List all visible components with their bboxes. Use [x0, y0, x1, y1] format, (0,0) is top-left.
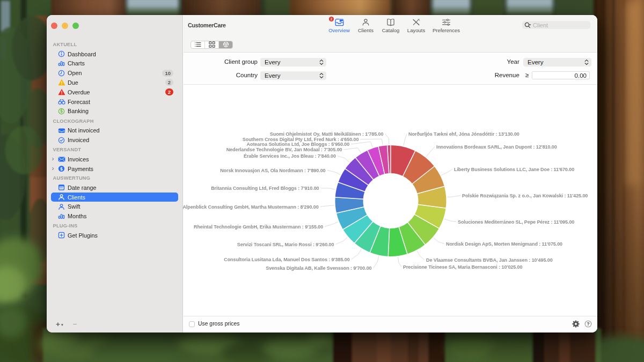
svg-text:Rheintal Technologie GmbH, Eri: Rheintal Technologie GmbH, Erika Musterm… — [194, 224, 323, 229]
svg-text:Consultoria Lusitana Lda, Manu: Consultoria Lusitana Lda, Manuel Dos San… — [224, 256, 349, 262]
svg-text:Soluciones Mediterráneo SL, Pe: Soluciones Mediterráneo SL, Pepe Pérez :… — [458, 219, 574, 224]
svg-text:$: $ — [60, 166, 63, 172]
svg-text:Norðurljós Tækni ehf, Jóna Jón: Norðurljós Tækni ehf, Jóna Jónsdóttir : … — [408, 131, 519, 136]
svg-text:Alpenblick Consulting GmbH, Ma: Alpenblick Consulting GmbH, Martha Muste… — [182, 204, 318, 209]
svg-text:Aotearoa Solutions Ltd, Joe Bl: Aotearoa Solutions Ltd, Joe Bloggs : 5'9… — [247, 142, 350, 147]
svg-text:Polskie Rozwiązania Sp. z o.o.: Polskie Rozwiązania Sp. z o.o., Jan Kowa… — [462, 193, 588, 198]
svg-text:Servizi Toscani SRL, Mario Ros: Servizi Toscani SRL, Mario Rossi : 9'260… — [237, 241, 334, 247]
svg-text:Innovations Bordeaux SARL, Jea: Innovations Bordeaux SARL, Jean Dupont :… — [436, 144, 557, 149]
svg-text:De Vlaamse Consultants BVBA, J: De Vlaamse Consultants BVBA, Jan Janssen… — [426, 257, 553, 262]
svg-text:Suomi Ohjelmistot Oy, Matti Me: Suomi Ohjelmistot Oy, Matti Meikäläinen … — [270, 131, 384, 136]
svg-text:Liberty Business Solutions LLC: Liberty Business Solutions LLC, Jane Doe… — [454, 166, 574, 172]
svg-text:Érable Services Inc., Jos Blea: Érable Services Inc., Jos Bleau : 7'840.… — [244, 153, 336, 159]
svg-text:?: ? — [587, 321, 589, 327]
svg-text:Southern Cross Digital Pty Ltd: Southern Cross Digital Pty Ltd, Fred Nur… — [243, 137, 359, 142]
svg-text:Nederlandse Technologie BV, Ja: Nederlandse Technologie BV, Jan Modaal :… — [226, 147, 342, 152]
svg-text:Nordisk Design ApS, Morten Men: Nordisk Design ApS, Morten Menigmand : 1… — [446, 241, 562, 246]
svg-text:Norsk Innovasjon AS, Ola Nordm: Norsk Innovasjon AS, Ola Nordmann : 7'89… — [220, 167, 325, 173]
svg-text:Svenska Digitala AB, Kalle Sve: Svenska Digitala AB, Kalle Svensson : 9'… — [266, 265, 371, 271]
svg-text:Britannia Consulting Ltd, Fred: Britannia Consulting Ltd, Fred Bloggs : … — [211, 186, 319, 191]
svg-text:Precisione Ticinese SA, Maria: Precisione Ticinese SA, Maria Bernasconi… — [403, 264, 523, 269]
svg-text:$: $ — [60, 109, 63, 114]
